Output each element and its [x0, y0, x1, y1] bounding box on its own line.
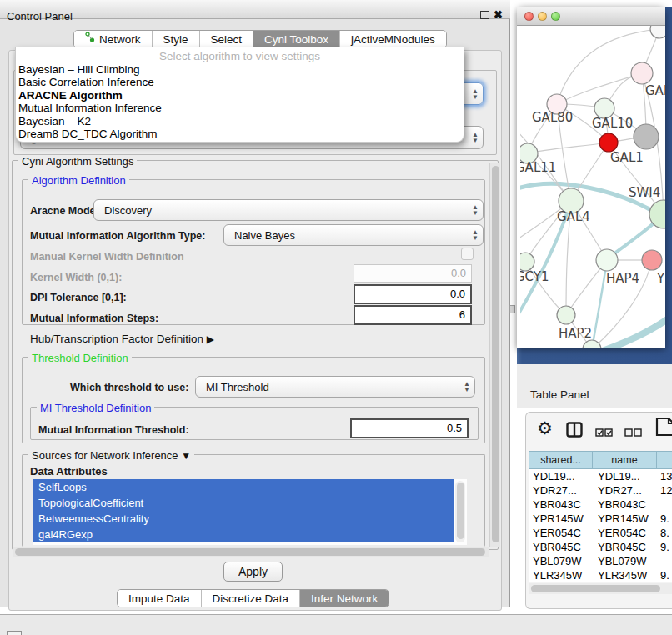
cyni-algorithm-settings-title: Cyni Algorithm Settings — [18, 155, 137, 168]
table-cell: YBR043C — [529, 498, 593, 512]
attribute-item[interactable]: BetweennessCentrality — [33, 511, 454, 527]
network-node[interactable] — [634, 124, 659, 149]
combo-value: Discovery — [94, 204, 468, 217]
manual-kernel-width-checkbox[interactable] — [461, 248, 474, 260]
tab-label: Select — [211, 31, 243, 48]
algorithm-option[interactable]: ARACNE Algorithm — [16, 89, 464, 102]
node-label: GAL1 — [610, 150, 644, 165]
network-node[interactable] — [631, 62, 653, 84]
dpi-tolerance-field[interactable]: 0.0 — [354, 284, 472, 304]
table-panel: ⚙ shared... name YDL19...YDL19...13YDR27… — [525, 412, 672, 609]
gear-icon[interactable]: ⚙ — [537, 418, 553, 438]
network-node[interactable] — [642, 250, 662, 270]
control-panel-tabs: Network Style Select Cyni Toolbox jActiv… — [73, 30, 447, 48]
restore-panel-icon[interactable] — [7, 631, 22, 635]
attribute-item[interactable]: SelfLoops — [33, 479, 454, 495]
table-panel-header-area — [517, 364, 672, 408]
manual-kernel-width-label: Manual Kernel Width Definition — [30, 251, 184, 262]
node-label: GAL4 — [557, 209, 590, 224]
attribute-item[interactable]: TopologicalCoefficient — [33, 495, 454, 511]
mi-steps-field[interactable]: 6 — [354, 305, 472, 325]
close-traffic-light[interactable] — [524, 12, 534, 21]
which-threshold-combo[interactable]: MI Threshold ▲▼ — [195, 376, 475, 398]
algorithm-option[interactable]: Mutual Information Inference — [16, 102, 464, 114]
tab-infer-network[interactable]: Infer Network — [299, 590, 389, 607]
table-row[interactable]: YDR27...YDR27...12 — [529, 483, 672, 498]
hide-columns-icon[interactable] — [624, 425, 643, 440]
tab-network[interactable]: Network — [74, 31, 152, 48]
table-panel-title: Table Panel — [530, 388, 589, 401]
table-cell: 9. — [657, 540, 672, 554]
table-cell: YBL079W — [529, 554, 593, 568]
algorithm-definition-title: Algorithm Definition — [28, 174, 129, 187]
settings-horizontal-scrollbar[interactable] — [13, 547, 489, 558]
combo-arrows-icon: ▲▼ — [468, 204, 483, 216]
network-node[interactable] — [596, 249, 618, 271]
table-row[interactable]: YDL19...YDL19...13 — [529, 469, 672, 483]
show-checked-columns-icon[interactable] — [595, 425, 614, 440]
network-node[interactable] — [557, 306, 575, 324]
table-cell: YPR145W — [529, 512, 593, 526]
settings-vertical-scrollbar[interactable] — [489, 163, 500, 547]
table-body: YDL19...YDL19...13YDR27...YDR27...12YBR0… — [529, 469, 672, 582]
tab-select[interactable]: Select — [199, 31, 253, 48]
zoom-traffic-light[interactable] — [551, 12, 560, 21]
data-attributes-list: SelfLoopsTopologicalCoefficientBetweenne… — [33, 479, 467, 545]
network-node[interactable] — [650, 26, 665, 38]
table-cell: YER054C — [593, 526, 657, 540]
kernel-width-field[interactable]: 0.0 — [354, 264, 472, 282]
algorithm-dropdown-popup: Select algorithm to view settings Bayesi… — [15, 48, 464, 142]
algorithm-option[interactable]: Basic Correlation Inference — [16, 76, 464, 88]
threshold-definition-title: Threshold Definition — [28, 352, 132, 364]
columns-icon[interactable] — [566, 422, 583, 441]
table-row[interactable]: YBR045CYBR045C9. — [529, 540, 672, 554]
attribute-item[interactable]: gal4RGexp — [33, 527, 454, 542]
table-horizontal-scrollbar[interactable] — [529, 583, 672, 594]
node-label: HAP2 — [559, 326, 592, 341]
table-row[interactable]: YBR043CYBR043C — [529, 498, 672, 512]
scrollbar-thumb[interactable] — [457, 482, 464, 539]
tab-discretize-data[interactable]: Discretize Data — [201, 590, 300, 607]
algorithm-option[interactable]: Bayesian – K2 — [16, 115, 464, 128]
table-row[interactable]: YPR145WYPR145W9. — [529, 512, 672, 526]
sources-group-title[interactable]: Sources for Network Inference ▼ — [28, 449, 194, 462]
combo-arrows-icon: ▲▼ — [459, 381, 474, 392]
export-table-icon[interactable] — [655, 417, 672, 440]
table-row[interactable]: YLR345WYLR345W9. — [529, 568, 672, 582]
column-header-name[interactable]: name — [593, 451, 657, 469]
sources-title-label: Sources for Network Inference — [32, 449, 178, 462]
control-panel-titlebar — [0, 0, 510, 19]
network-node[interactable] — [599, 133, 618, 152]
tab-style[interactable]: Style — [152, 31, 199, 48]
algorithm-option[interactable]: Bayesian – Hill Climbing — [16, 63, 464, 76]
apply-button[interactable]: Apply — [223, 562, 283, 582]
scrollbar-thumb[interactable] — [531, 585, 660, 592]
table-row[interactable]: YBL079WYBL079W — [529, 554, 672, 568]
mi-threshold-label: Mutual Information Threshold: — [38, 424, 189, 436]
mi-algorithm-type-combo[interactable]: Naive Bayes ▲▼ — [223, 224, 484, 246]
table-cell — [657, 498, 672, 512]
kernel-width-label: Kernel Width (0,1): — [30, 272, 122, 283]
attributes-scrollbar[interactable] — [455, 481, 465, 542]
float-window-icon[interactable] — [480, 11, 489, 19]
table-cell: YLR345W — [529, 568, 593, 582]
table-cell: YLR345W — [593, 568, 657, 582]
column-header-partial[interactable] — [657, 451, 672, 469]
panel-splitter-handle[interactable] — [509, 305, 515, 313]
table-cell: YDR27... — [529, 483, 593, 498]
scrollbar-thumb[interactable] — [15, 548, 485, 556]
network-node[interactable] — [520, 252, 534, 271]
mi-threshold-field[interactable]: 0.5 — [350, 418, 469, 438]
aracne-mode-combo[interactable]: Discovery ▲▼ — [93, 199, 484, 221]
tab-cyni-toolbox[interactable]: Cyni Toolbox — [253, 31, 339, 48]
hub-definition-expander[interactable]: Hub/Transcription Factor Definition ▶ — [30, 332, 214, 345]
close-icon[interactable]: ✖ — [494, 8, 503, 21]
minimize-traffic-light[interactable] — [538, 12, 547, 21]
algorithm-option[interactable]: Dream8 DC_TDC Algorithm — [16, 128, 464, 140]
scrollbar-thumb[interactable] — [492, 166, 499, 542]
network-canvas[interactable]: GALGAL80GAL10GAL1GAL11SWI4GAL4GCY1HAP4YH… — [520, 26, 665, 348]
table-row[interactable]: YER054CYER054C8. — [529, 526, 672, 540]
column-header-shared-name[interactable]: shared... — [529, 451, 593, 469]
tab-impute-data[interactable]: Impute Data — [118, 590, 201, 607]
tab-jactivemnodules[interactable]: jActiveMNodules — [339, 31, 446, 48]
